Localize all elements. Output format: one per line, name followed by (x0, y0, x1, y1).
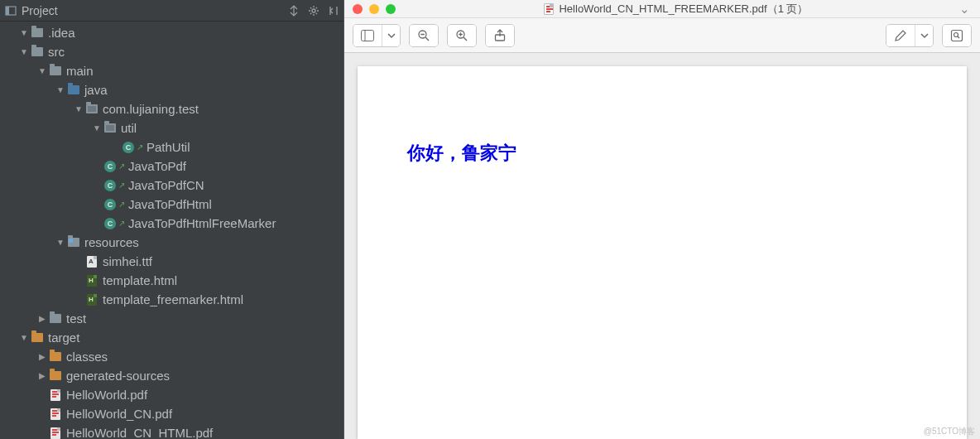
share-group (485, 24, 515, 47)
tree-row[interactable]: C↗JavaToPdfHtmlFreeMarker (0, 214, 343, 233)
zoom-in-button[interactable] (448, 24, 476, 47)
annotate-button[interactable] (886, 24, 915, 47)
tree-item-label: PathUtil (147, 140, 190, 154)
tree-item-label: util (121, 121, 137, 135)
maximize-button[interactable] (386, 4, 396, 14)
tree-row[interactable]: template.html (0, 271, 343, 290)
chevron-down-icon[interactable]: ▼ (18, 47, 30, 56)
vcs-changed-icon: ↗ (118, 200, 127, 209)
tree-row[interactable]: ▼util (0, 118, 343, 137)
tree-row[interactable]: ▼main (0, 61, 343, 80)
svg-line-9 (464, 37, 467, 41)
tree-row[interactable]: template_freemarker.html (0, 290, 343, 309)
tree-row[interactable]: C↗JavaToPdfCN (0, 176, 343, 195)
svg-rect-1 (6, 7, 9, 15)
ide-panel-header: Project (0, 0, 343, 22)
tree-item-label: resources (84, 235, 139, 249)
autoscroll-icon[interactable] (284, 1, 304, 21)
watermark: @51CTO博客 (924, 426, 975, 437)
html-file-icon (84, 294, 99, 306)
chevron-down-icon[interactable]: ▼ (55, 85, 66, 94)
chevron-down-icon[interactable]: ▼ (18, 333, 30, 342)
tree-row[interactable]: C↗PathUtil (0, 137, 343, 157)
annotate-group (886, 24, 934, 47)
tree-row[interactable]: simhei.ttf (0, 252, 343, 271)
java-class-icon: C (103, 199, 118, 210)
svg-point-2 (312, 9, 315, 12)
view-mode-chevron-icon[interactable] (382, 24, 400, 47)
viewer-body[interactable]: 你好，鲁家宁 (344, 53, 980, 439)
resources-folder-icon (66, 238, 81, 247)
tree-item-label: java (84, 83, 108, 97)
pdf-page: 你好，鲁家宁 (358, 66, 967, 439)
gear-icon[interactable] (304, 1, 324, 21)
chevron-right-icon[interactable]: ▶ (36, 314, 48, 323)
chevron-right-icon[interactable]: ▶ (36, 352, 48, 361)
title-chevron-down-icon[interactable]: ⌄ (957, 2, 972, 17)
tree-row[interactable]: ▼target (0, 328, 343, 347)
tree-item-label: .idea (48, 26, 75, 40)
tree-row[interactable]: C↗JavaToPdf (0, 157, 343, 176)
minimize-button[interactable] (369, 4, 379, 14)
pdf-file-icon (48, 408, 63, 420)
tree-row[interactable]: HelloWorld_CN.pdf (0, 404, 343, 423)
close-button[interactable] (353, 4, 363, 14)
collapse-icon[interactable] (324, 1, 343, 21)
tree-row[interactable]: HelloWorld_CN_HTML.pdf (0, 423, 343, 439)
chevron-down-icon[interactable]: ▼ (55, 238, 66, 247)
tree-item-label: target (48, 330, 79, 345)
tree-row[interactable]: ▶generated-sources (0, 366, 343, 385)
tree-item-label: generated-sources (66, 369, 170, 383)
chevron-right-icon[interactable]: ▶ (36, 371, 48, 380)
package-icon (103, 123, 118, 133)
pdf-file-icon (544, 3, 554, 15)
project-panel-icon (5, 5, 17, 17)
zoom-in-group (447, 24, 477, 47)
annotate-chevron-icon[interactable] (915, 24, 933, 47)
tree-row[interactable]: ▼com.lujianing.test (0, 99, 343, 118)
tree-item-label: JavaToPdfHtml (128, 197, 212, 211)
window-titlebar: HelloWorld_CN_HTML_FREEMARKER.pdf（1 页） ⌄ (344, 0, 980, 18)
sidebar-toggle-button[interactable] (353, 24, 382, 47)
tree-item-label: main (66, 64, 94, 78)
chevron-down-icon[interactable]: ▼ (36, 66, 48, 75)
vcs-changed-icon: ↗ (118, 162, 127, 171)
tree-row[interactable]: ▼java (0, 80, 343, 99)
chevron-down-icon[interactable]: ▼ (18, 28, 30, 37)
chevron-down-icon[interactable]: ▼ (73, 104, 84, 113)
svg-rect-3 (362, 30, 374, 41)
vcs-changed-icon: ↗ (118, 181, 127, 190)
tree-row[interactable]: C↗JavaToPdfHtml (0, 195, 343, 214)
project-tree[interactable]: ▼.idea▼src▼main▼java▼com.lujianing.test▼… (0, 22, 343, 439)
html-file-icon (84, 275, 99, 287)
vcs-changed-icon: ↗ (137, 143, 145, 152)
zoom-out-button[interactable] (410, 24, 438, 47)
font-file-icon (84, 256, 99, 268)
tree-item-label: HelloWorld_CN.pdf (66, 407, 172, 421)
svg-point-14 (954, 32, 958, 36)
pdf-file-icon (48, 427, 63, 439)
java-class-icon: C (103, 218, 118, 229)
folder-icon (30, 47, 45, 56)
tree-row[interactable]: HelloWorld.pdf (0, 385, 343, 404)
chevron-down-icon[interactable]: ▼ (91, 123, 103, 133)
pdf-file-icon (48, 389, 63, 401)
tree-item-label: template.html (103, 273, 177, 287)
tree-row[interactable]: ▼src (0, 42, 343, 61)
tree-row[interactable]: ▼.idea (0, 23, 343, 42)
share-button[interactable] (486, 24, 514, 47)
search-button[interactable] (943, 24, 971, 47)
folder-icon (48, 314, 63, 323)
tree-row[interactable]: ▼resources (0, 233, 343, 252)
panel-title: Project (22, 4, 58, 17)
folder-icon (48, 371, 63, 380)
view-mode-group (353, 24, 401, 47)
tree-item-label: JavaToPdfCN (128, 178, 204, 192)
tree-row[interactable]: ▶test (0, 309, 343, 328)
tree-row[interactable]: ▶classes (0, 347, 343, 366)
pdf-viewer-window: HelloWorld_CN_HTML_FREEMARKER.pdf（1 页） ⌄ (344, 0, 980, 439)
tree-item-label: HelloWorld_CN_HTML.pdf (66, 426, 213, 439)
svg-line-6 (425, 37, 429, 41)
source-folder-icon (66, 85, 81, 94)
folder-icon (48, 352, 63, 361)
